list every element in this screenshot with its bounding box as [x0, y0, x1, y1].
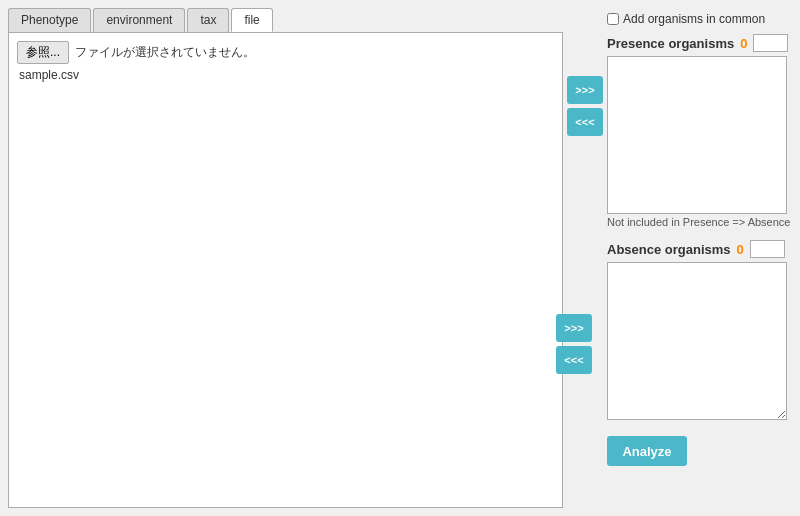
absence-count-input[interactable] — [750, 240, 785, 258]
absence-backward-button[interactable]: <<< — [556, 346, 592, 374]
absence-forward-button[interactable]: >>> — [556, 314, 592, 342]
main-container: Phenotype environment tax file 参照... ファイ… — [0, 0, 800, 516]
add-common-checkbox[interactable] — [607, 13, 619, 25]
absence-transfer-area: >>> <<< — [556, 314, 592, 374]
tab-environment[interactable]: environment — [93, 8, 185, 32]
add-common-label: Add organisms in common — [623, 12, 765, 26]
no-file-label: ファイルが選択されていません。 — [75, 44, 255, 61]
tab-bar: Phenotype environment tax file — [8, 8, 563, 32]
not-included-label: Not included in Presence => Absence — [607, 216, 792, 228]
sample-csv-label: sample.csv — [19, 68, 554, 82]
presence-title: Presence organisms — [607, 36, 734, 51]
absence-listbox[interactable] — [607, 262, 787, 420]
presence-listbox[interactable] — [607, 56, 787, 214]
file-input-row: 参照... ファイルが選択されていません。 — [17, 41, 554, 64]
absence-section-header: Absence organisms 0 — [607, 240, 792, 258]
analyze-row: Analyze — [607, 432, 792, 466]
presence-backward-button[interactable]: <<< — [567, 108, 603, 136]
presence-count-input[interactable] — [753, 34, 788, 52]
tab-tax[interactable]: tax — [187, 8, 229, 32]
absence-title: Absence organisms — [607, 242, 731, 257]
file-tab-content: 参照... ファイルが選択されていません。 sample.csv — [8, 32, 563, 508]
analyze-button[interactable]: Analyze — [607, 436, 687, 466]
presence-forward-button[interactable]: >>> — [567, 76, 603, 104]
presence-count: 0 — [740, 36, 747, 51]
add-common-row: Add organisms in common — [607, 12, 792, 26]
tab-file[interactable]: file — [231, 8, 272, 32]
browse-button[interactable]: 参照... — [17, 41, 69, 64]
absence-count: 0 — [737, 242, 744, 257]
tab-phenotype[interactable]: Phenotype — [8, 8, 91, 32]
left-panel: Phenotype environment tax file 参照... ファイ… — [8, 8, 563, 508]
presence-section-header: Presence organisms 0 — [607, 34, 792, 52]
